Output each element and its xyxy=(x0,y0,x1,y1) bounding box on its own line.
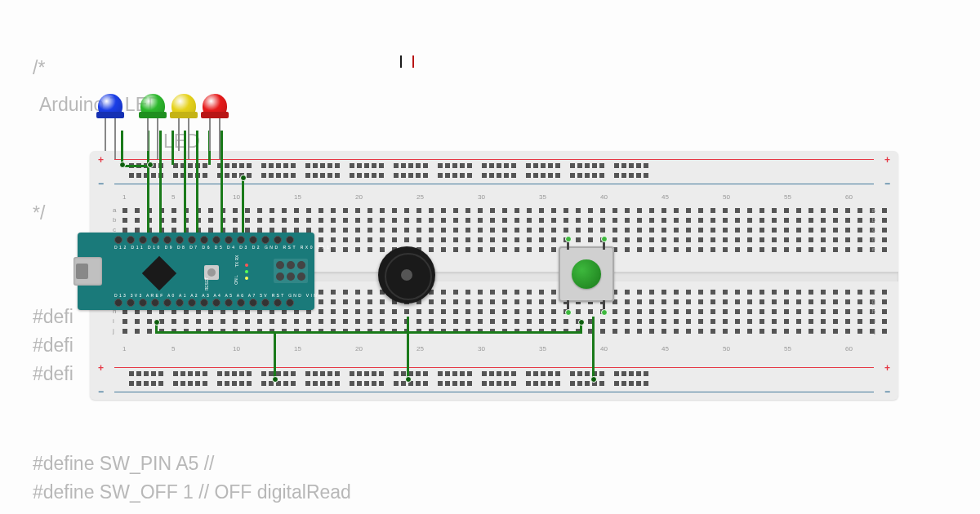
wire xyxy=(592,317,595,379)
on-label: ON L xyxy=(234,275,238,285)
wire xyxy=(274,331,276,379)
rail-plus: + xyxy=(98,154,104,166)
code-line: #defi xyxy=(33,363,74,385)
rail-minus: − xyxy=(884,178,890,189)
code-line: #define SW_PIN A5 // xyxy=(33,453,214,475)
arduino-nano: D12 D11 D10 D9 D8 D7 D6 D5 D4 D3 D2 GND … xyxy=(78,233,314,310)
rail-plus: + xyxy=(884,154,890,166)
pin-labels-top: D12 D11 D10 D9 D8 D7 D6 D5 D4 D3 D2 GND … xyxy=(114,245,331,250)
isp-header xyxy=(274,259,308,283)
wire xyxy=(407,317,409,379)
code-line: #defi xyxy=(33,335,74,357)
buzzer-pin xyxy=(412,55,414,68)
led-yellow xyxy=(172,94,196,126)
rail-plus: + xyxy=(98,362,104,374)
led-blue xyxy=(98,94,122,126)
usb-port xyxy=(74,257,102,286)
code-line: */ xyxy=(33,202,45,224)
wire xyxy=(196,131,198,243)
code-line: #defi xyxy=(33,306,74,328)
rail-plus: + xyxy=(884,362,890,374)
buzzer-pin xyxy=(400,55,402,68)
led-green xyxy=(140,94,165,126)
code-line: /* xyxy=(33,57,45,79)
wire xyxy=(172,131,174,165)
wire xyxy=(121,131,123,165)
wire xyxy=(159,131,162,243)
mcu-chip xyxy=(142,256,176,290)
rail-minus: − xyxy=(884,386,890,397)
led-red xyxy=(203,94,227,126)
buzzer xyxy=(378,246,435,304)
pushbutton[interactable] xyxy=(559,246,614,302)
wire xyxy=(155,331,582,334)
code-line: LED xyxy=(163,131,200,153)
wire xyxy=(184,131,186,243)
rail-minus: − xyxy=(98,178,104,189)
rail-minus: − xyxy=(98,386,104,397)
txrx-label: TX RX xyxy=(234,255,239,268)
wire xyxy=(220,131,223,243)
reset-label: RESET xyxy=(204,277,209,291)
code-line: #define SW_OFF 1 // OFF digitalRead xyxy=(33,481,351,503)
pin-labels-bottom: D13 3V3 AREF A0 A1 A2 A3 A4 A5 A6 A7 5V … xyxy=(114,293,318,298)
